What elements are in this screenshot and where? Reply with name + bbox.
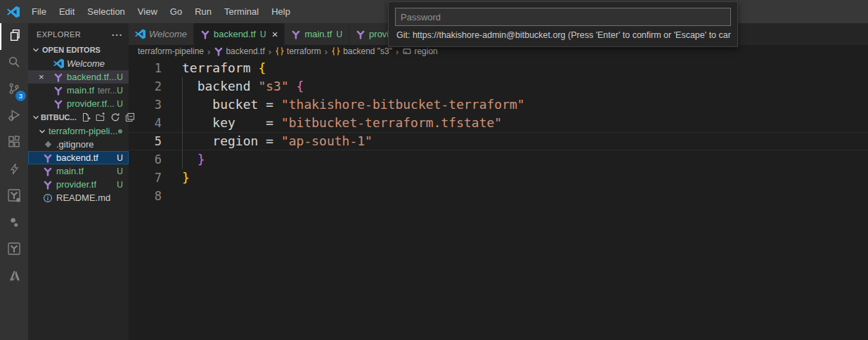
code-editor[interactable]: 1terraform {2 backend "s3" {3 bucket = "… [129,59,868,340]
new-folder-icon[interactable] [96,112,105,122]
activity-item-run-debug[interactable] [0,103,28,130]
more-actions-icon[interactable]: ··· [112,30,123,40]
tree-item-backend-tf[interactable]: backend.tfU [28,151,129,164]
tab-main-tf[interactable]: main.tfU [285,23,349,45]
open-editor-main-tf[interactable]: main.tfterr...U [28,84,129,97]
code-token [182,152,197,166]
open-editor-label: backend.tf... [67,72,117,82]
terraform-icon [356,30,365,39]
tree-item-label: README.md [56,192,110,203]
scm-badge: 3 [15,91,26,101]
breadcrumb-separator: › [396,46,399,57]
open-editor-description: terr... [98,86,117,96]
tree-item-label: provider.tf [56,179,96,190]
code-token: } [197,152,205,166]
terraform-icon [214,46,224,56]
breadcrumb-item-region[interactable]: region [402,46,437,56]
terraform-icon [200,30,210,39]
debug-icon [8,109,20,124]
chevron-down-icon [37,126,47,136]
code-line-text: } [162,150,205,169]
code-line-1[interactable]: 1terraform { [129,59,868,77]
menu-item-view[interactable]: View [131,0,164,23]
code-line-7[interactable]: 7} [129,169,868,187]
open-editor-backend-tf[interactable]: ×backend.tf...U [28,70,129,84]
code-line-3[interactable]: 3 bucket = "thakishore-bitbucket-terrafo… [129,96,868,114]
activity-bar: 3 [0,23,28,340]
menu-item-file[interactable]: File [25,0,53,23]
activity-item-terraform-secondary[interactable] [0,237,28,263]
tab-backend-tf[interactable]: backend.tfU× [194,23,284,45]
breadcrumb-label: backend.tf [226,46,264,56]
refresh-icon[interactable] [110,112,120,122]
activity-item-search[interactable] [0,50,28,77]
terraform-icon [291,30,301,39]
activity-item-terraform-extension[interactable] [0,183,28,210]
code-token: terraform [182,60,258,75]
tree-item-label: main.tf [56,166,84,176]
line-number: 3 [129,96,162,114]
terraform-box-blob-icon [7,188,21,205]
menu-item-selection[interactable]: Selection [81,0,131,23]
menu-item-edit[interactable]: Edit [53,0,81,23]
code-token: bucket = [182,97,281,112]
sidebar-header: EXPLORER ··· [28,23,129,43]
menu-item-go[interactable]: Go [164,0,188,23]
tree-item-gitignore[interactable]: .gitignore [28,138,129,151]
folder-section-header[interactable]: BITBUC... [28,110,129,124]
password-input[interactable] [395,8,731,26]
line-number: 1 [129,59,162,77]
breadcrumb-separator: › [207,46,210,57]
code-line-2[interactable]: 2 backend "s3" { [129,77,868,96]
gitignore-icon [42,140,53,149]
new-file-icon[interactable] [81,112,91,122]
activity-item-extensions[interactable] [0,130,28,157]
code-line-4[interactable]: 4 key = "bitbucket-terraform.tfstate" [129,114,868,132]
code-line-5[interactable]: 5 region = "ap-south-1" [129,132,868,150]
git-status-badge: U [117,72,123,82]
tree-item-main-tf[interactable]: main.tfU [28,164,129,178]
close-icon[interactable]: × [39,70,44,84]
activity-item-hashicorp[interactable] [0,210,28,237]
breadcrumb-item-backend-tf[interactable]: backend.tf [214,46,264,56]
activity-item-azure[interactable] [0,263,28,290]
code-token: key = [182,115,281,130]
code-token: region = [182,133,281,148]
collapse-all-icon[interactable] [125,112,135,122]
lightning-icon [8,163,20,178]
breadcrumb-item-backend-s3[interactable]: backend "s3" [331,46,392,56]
code-line-text [162,187,182,205]
git-status-badge: U [117,99,123,109]
symbol-namespace-icon [275,46,285,56]
git-modified-dot [118,129,122,133]
tree-item-provider-tf[interactable]: provider.tfU [28,178,129,191]
breadcrumb-item-terraform-pipeline[interactable]: terraform-pipeline [138,46,204,56]
open-editors-header[interactable]: OPEN EDITORS [28,43,129,57]
symbol-field-icon [402,46,412,56]
code-token: { [258,60,266,75]
tree-folder-terraform-pipeli[interactable]: terraform-pipeli... [28,124,129,138]
tree-item-readme-md[interactable]: README.md [28,191,129,204]
breadcrumb-item-terraform[interactable]: terraform [275,46,321,56]
code-token: "s3" [258,79,288,93]
activity-item-explorer[interactable] [0,23,28,50]
menu-item-help[interactable]: Help [265,0,297,23]
code-token: "ap-south-1" [281,133,373,148]
tree-item-label: .gitignore [56,139,93,150]
terraform-icon [42,153,53,163]
open-editor-welcome[interactable]: Welcome [28,57,129,70]
tab-label: main.tf [304,29,332,39]
git-status-badge: U [117,153,123,163]
open-editor-provider-tf[interactable]: provider.tf...U [28,97,129,110]
code-line-8[interactable]: 8 [129,187,868,205]
blob-icon [8,216,20,231]
open-editor-label: provider.tf... [67,98,115,109]
activity-item-thunder-client[interactable] [0,157,28,183]
code-line-6[interactable]: 6 } [129,150,868,169]
tab-welcome[interactable]: Welcome [129,23,193,45]
activity-item-source-control[interactable]: 3 [0,77,28,103]
menu-item-run[interactable]: Run [188,0,218,23]
menu-item-terminal[interactable]: Terminal [218,0,265,23]
close-icon[interactable]: × [272,29,278,39]
file-tree: terraform-pipeli....gitignorebackend.tfU… [28,124,129,204]
